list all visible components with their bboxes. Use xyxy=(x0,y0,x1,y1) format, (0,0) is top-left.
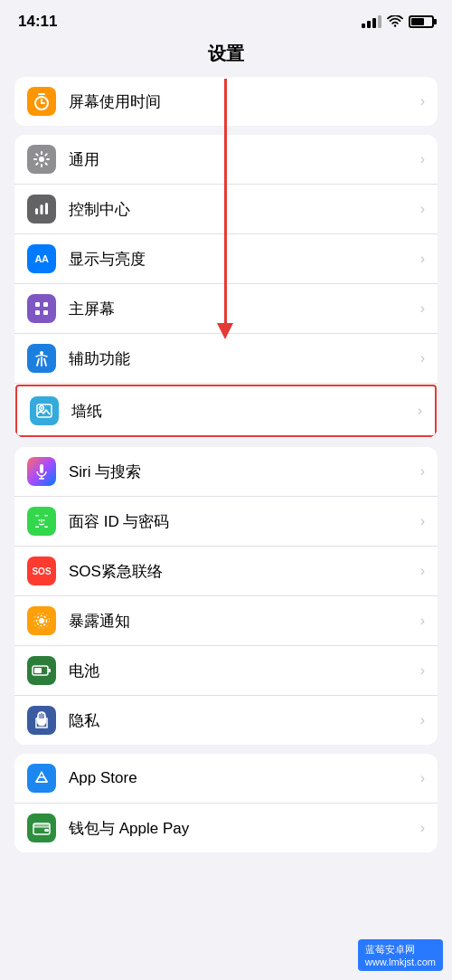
chevron-icon: › xyxy=(420,300,425,317)
app-store-icon xyxy=(27,764,56,793)
settings-item-faceid[interactable]: 面容 ID 与密码 › xyxy=(14,497,438,547)
settings-item-wallpaper[interactable]: 墙纸 › xyxy=(15,385,437,437)
svg-rect-19 xyxy=(44,515,48,517)
control-center-label: 控制中心 xyxy=(69,199,415,220)
chevron-icon: › xyxy=(420,513,425,529)
chevron-icon: › xyxy=(420,820,425,836)
page-title: 设置 xyxy=(0,38,452,77)
settings-item-accessibility[interactable]: 辅助功能 › xyxy=(14,334,438,384)
battery-label: 电池 xyxy=(69,661,415,681)
wallet-label: 钱包与 Apple Pay xyxy=(69,818,415,839)
sos-label: SOS紧急联络 xyxy=(69,561,415,582)
status-bar: 14:11 xyxy=(0,0,452,38)
wallet-icon xyxy=(27,813,56,842)
svg-point-25 xyxy=(39,618,44,623)
chevron-icon: › xyxy=(418,403,422,419)
general-label: 通用 xyxy=(69,149,415,170)
svg-rect-29 xyxy=(48,669,51,672)
siri-icon xyxy=(27,457,56,486)
settings-item-wallet[interactable]: 钱包与 Apple Pay › xyxy=(14,804,438,852)
svg-rect-20 xyxy=(35,527,39,528)
privacy-icon xyxy=(27,706,56,735)
status-time: 14:11 xyxy=(18,13,57,31)
settings-item-app-store[interactable]: App Store › xyxy=(14,754,438,804)
svg-rect-6 xyxy=(41,205,43,214)
chevron-icon: › xyxy=(420,350,425,366)
screen-time-label: 屏幕使用时间 xyxy=(69,91,415,112)
settings-item-sos[interactable]: SOS SOS紧急联络 › xyxy=(14,547,438,596)
svg-point-14 xyxy=(41,407,42,409)
svg-rect-7 xyxy=(45,203,48,214)
chevron-icon: › xyxy=(420,463,425,480)
display-icon-text: AA xyxy=(35,253,49,264)
wifi-icon xyxy=(387,15,403,28)
chevron-icon: › xyxy=(420,770,425,786)
screen-time-icon xyxy=(27,87,56,116)
sos-text: SOS xyxy=(32,566,51,576)
wallpaper-icon xyxy=(30,396,59,425)
settings-section-4: App Store › 钱包与 Apple Pay › xyxy=(14,754,438,852)
display-label: 显示与亮度 xyxy=(69,249,415,270)
home-screen-icon xyxy=(27,294,56,323)
signal-icon xyxy=(362,15,381,28)
exposure-icon xyxy=(27,606,56,635)
battery-status-icon xyxy=(409,15,434,28)
chevron-icon: › xyxy=(420,563,425,579)
svg-rect-30 xyxy=(34,668,42,673)
chevron-icon: › xyxy=(420,613,425,629)
accessibility-icon xyxy=(27,344,56,373)
settings-item-exposure[interactable]: 暴露通知 › xyxy=(14,596,438,646)
accessibility-label: 辅助功能 xyxy=(69,348,415,369)
wallpaper-label: 墙纸 xyxy=(71,401,412,422)
chevron-icon: › xyxy=(420,201,425,217)
battery-icon-item xyxy=(27,656,56,685)
siri-label: Siri 与搜索 xyxy=(69,461,415,482)
svg-point-12 xyxy=(40,351,43,355)
exposure-label: 暴露通知 xyxy=(69,611,415,632)
app-store-label: App Store xyxy=(69,769,415,787)
display-icon: AA xyxy=(27,244,56,273)
chevron-icon: › xyxy=(420,151,425,167)
status-icons xyxy=(362,15,434,28)
svg-point-4 xyxy=(39,157,44,162)
settings-item-privacy[interactable]: 隐私 › xyxy=(14,696,438,745)
svg-rect-5 xyxy=(35,208,38,214)
svg-rect-0 xyxy=(38,93,45,95)
settings-section-3: Siri 与搜索 › 面容 ID 与密码 › SOS SOS紧急联络 › xyxy=(14,447,438,745)
chevron-icon: › xyxy=(420,251,425,267)
chevron-icon: › xyxy=(420,712,425,728)
control-center-icon xyxy=(27,195,56,224)
chevron-icon: › xyxy=(420,93,425,109)
watermark: 蓝莓安卓网www.lmkjst.com xyxy=(358,939,443,971)
svg-point-22 xyxy=(39,519,41,521)
faceid-icon xyxy=(27,507,56,536)
chevron-icon: › xyxy=(420,662,425,679)
sos-icon: SOS xyxy=(27,557,56,585)
svg-point-23 xyxy=(43,519,45,521)
svg-rect-8 xyxy=(35,302,40,307)
home-screen-label: 主屏幕 xyxy=(69,299,415,319)
svg-rect-38 xyxy=(44,829,49,832)
svg-rect-10 xyxy=(35,310,40,315)
svg-rect-21 xyxy=(44,527,48,528)
red-arrow xyxy=(217,79,233,339)
faceid-label: 面容 ID 与密码 xyxy=(69,511,415,532)
general-icon xyxy=(27,145,56,174)
privacy-label: 隐私 xyxy=(69,710,415,731)
settings-item-battery[interactable]: 电池 › xyxy=(14,646,438,696)
svg-rect-9 xyxy=(43,302,48,307)
svg-rect-18 xyxy=(35,515,39,517)
svg-rect-11 xyxy=(43,310,48,315)
settings-item-siri[interactable]: Siri 与搜索 › xyxy=(14,447,438,497)
